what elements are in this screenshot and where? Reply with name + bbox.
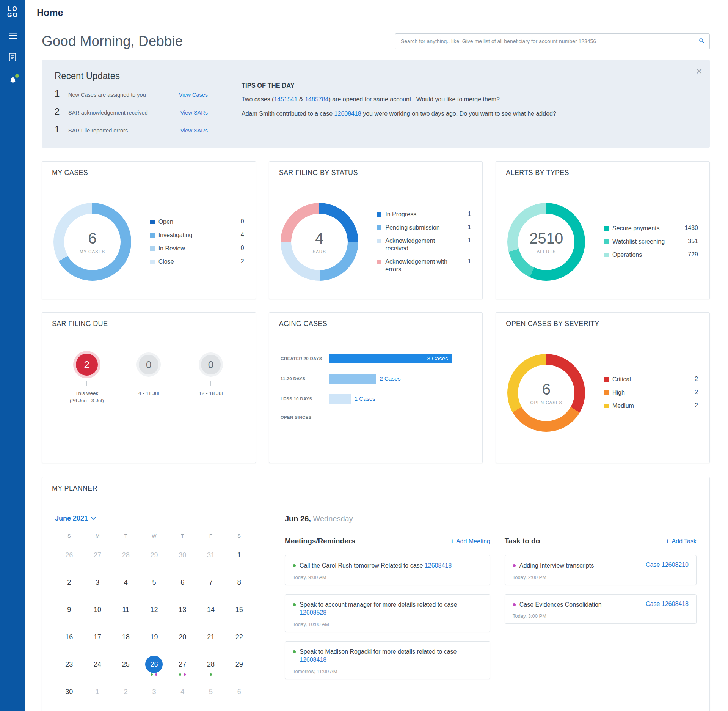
task-item[interactable]: Adding Interview transcriptsCase 1260821… [505, 555, 697, 585]
calendar-day[interactable]: 15 [225, 597, 253, 624]
calendar-day[interactable]: 4 [168, 679, 197, 706]
meeting-text: Call the Carol Rush tomorrow Related to … [300, 562, 452, 569]
legend-label: In Progress [385, 211, 454, 218]
search-icon[interactable] [698, 38, 705, 46]
calendar-day[interactable]: 30 [55, 679, 83, 706]
calendar-day[interactable]: 27 [168, 652, 197, 679]
case-link[interactable]: 1485784 [305, 96, 328, 102]
view-cases-link[interactable]: View Cases [179, 92, 208, 98]
selected-date-heading: Jun 26, Wednesday [285, 514, 697, 523]
add-task-button[interactable]: +Add Task [665, 537, 697, 545]
calendar-day[interactable]: 28 [111, 543, 140, 570]
calendar-day[interactable]: 21 [197, 624, 225, 652]
calendar-day[interactable]: 1 [225, 543, 253, 570]
calendar-day[interactable]: 23 [55, 652, 83, 679]
calendar-day[interactable]: 16 [55, 624, 83, 652]
legend-label: Acknowledgement with errors [385, 258, 454, 273]
calendar-day[interactable]: 2 [55, 570, 83, 597]
task-item[interactable]: Case Evidences ConsolidationCase 1260841… [505, 594, 697, 624]
legend-item: Operations729 [604, 251, 698, 259]
calendar-day[interactable]: 3 [83, 570, 112, 597]
calendar-weekday-header: F [197, 533, 225, 539]
recent-updates-panel: × Recent Updates 1 New Cases are assigne… [42, 60, 710, 148]
legend-item: Secure payments1430 [604, 225, 698, 232]
calendar-day[interactable]: 24 [83, 652, 112, 679]
calendar-day[interactable]: 26 [55, 543, 83, 570]
calendar-day[interactable]: 12 [140, 597, 168, 624]
calendar-day[interactable]: 26 [140, 652, 168, 679]
card-title: MY CASES [52, 169, 246, 177]
case-link[interactable]: 12608418 [334, 110, 361, 117]
due-count-badge: 0 [201, 355, 221, 374]
tasks-list: Adding Interview transcriptsCase 1260821… [505, 555, 697, 624]
item-time: Today, 2:00 PM [513, 574, 689, 580]
add-meeting-button[interactable]: +Add Meeting [450, 537, 490, 545]
case-link[interactable]: 1451541 [274, 96, 297, 102]
search-input[interactable] [395, 33, 710, 49]
meeting-item[interactable]: Call the Carol Rush tomorrow Related to … [285, 555, 490, 585]
card-title: SAR FILING BY STATUS [279, 169, 473, 177]
meeting-dot [293, 650, 296, 653]
due-period[interactable]: 0 12 - 18 Jul [180, 348, 242, 404]
cases-icon[interactable] [8, 53, 17, 62]
calendar-day[interactable]: 25 [111, 652, 140, 679]
legend-swatch [377, 260, 381, 264]
update-text: SAR File reported errors [68, 127, 176, 134]
calendar-day[interactable]: 30 [168, 543, 197, 570]
my-cases-legend: Open0Investigating4In Review0Close2 [150, 212, 244, 271]
calendar-day[interactable]: 20 [168, 624, 197, 652]
calendar-day[interactable]: 9 [55, 597, 83, 624]
meeting-item[interactable]: Speak to account manager for more detail… [285, 594, 490, 632]
menu-icon[interactable] [8, 31, 17, 40]
calendar-day[interactable]: 11 [111, 597, 140, 624]
case-link[interactable]: 12608528 [300, 609, 326, 616]
due-period[interactable]: 2 This week (26 Jun - 3 Jul) [56, 348, 118, 404]
calendar-day[interactable]: 29 [140, 543, 168, 570]
calendar-day[interactable]: 29 [225, 652, 253, 679]
event-dot [155, 673, 157, 676]
calendar-day[interactable]: 10 [83, 597, 112, 624]
calendar-day[interactable]: 28 [197, 652, 225, 679]
calendar-day[interactable]: 1 [83, 679, 112, 706]
calendar-day[interactable]: 27 [83, 543, 112, 570]
tip-text: Two cases (1451541 & 1485784) are opened… [242, 95, 697, 104]
update-count: 1 [55, 124, 68, 135]
close-icon[interactable]: × [696, 66, 702, 77]
case-link[interactable]: 12608418 [300, 656, 326, 663]
aging-bar-chart: GREATER 20 DAYS3 Cases11-20 DAYS2 CasesL… [281, 348, 471, 409]
calendar-day[interactable]: 14 [197, 597, 225, 624]
calendar-day[interactable]: 17 [83, 624, 112, 652]
due-period[interactable]: 0 4 - 11 Jul [118, 348, 180, 404]
recent-updates-list: Recent Updates 1 New Cases are assigned … [55, 71, 223, 135]
bar-row: LESS 10 DAYS1 Cases [281, 389, 471, 409]
case-link[interactable]: 12608418 [425, 562, 452, 569]
month-selector[interactable]: June 2021 [55, 514, 96, 522]
view-sars-link[interactable]: View SARs [180, 110, 208, 116]
calendar-day[interactable]: 5 [197, 679, 225, 706]
calendar-day[interactable]: 7 [197, 570, 225, 597]
calendar-day[interactable]: 31 [197, 543, 225, 570]
calendar-day[interactable]: 3 [140, 679, 168, 706]
card-title: ALERTS BY TYPES [506, 169, 700, 177]
view-sars-link[interactable]: View SARs [180, 127, 208, 134]
calendar-day[interactable]: 13 [168, 597, 197, 624]
calendar-day[interactable]: 8 [225, 570, 253, 597]
case-link[interactable]: Case 12608418 [646, 601, 689, 609]
bar-category-label: LESS 10 DAYS [281, 396, 329, 401]
meeting-dot [293, 603, 296, 606]
donut-center-label: SARS [312, 249, 326, 254]
calendar-day[interactable]: 6 [225, 679, 253, 706]
bar-value-label: 2 Cases [380, 375, 401, 382]
notifications-icon[interactable] [8, 75, 17, 84]
calendar-day[interactable]: 2 [111, 679, 140, 706]
calendar-day[interactable]: 6 [168, 570, 197, 597]
case-link[interactable]: Case 12608210 [646, 562, 689, 570]
calendar-day[interactable]: 5 [140, 570, 168, 597]
calendar-day[interactable]: 4 [111, 570, 140, 597]
app-logo[interactable]: LO GO [7, 6, 18, 18]
meeting-item[interactable]: Speak to Madison Rogacki for more detail… [285, 641, 490, 679]
calendar-day[interactable]: 18 [111, 624, 140, 652]
calendar-day[interactable]: 19 [140, 624, 168, 652]
legend-label: Secure payments [612, 225, 681, 232]
calendar-day[interactable]: 22 [225, 624, 253, 652]
